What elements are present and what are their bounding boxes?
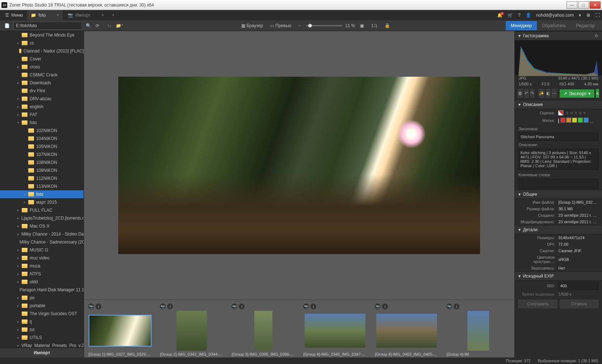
zoom-out-icon[interactable]: − xyxy=(296,22,303,30)
more-icon[interactable]: ⋯ xyxy=(552,89,557,98)
cart-icon[interactable]: 🛒 xyxy=(508,13,513,18)
tree-item[interactable]: ▸Downloads xyxy=(0,79,84,87)
wand-icon[interactable]: ✨ xyxy=(538,89,544,98)
color-swatch[interactable] xyxy=(566,118,571,123)
delete-icon[interactable]: 🗑 xyxy=(518,89,523,98)
color-swatch[interactable] xyxy=(584,118,589,123)
thumbnail[interactable]: 📷i[Group 4]-IM xyxy=(446,304,510,356)
tree-item[interactable]: ▸oldd xyxy=(0,278,84,286)
tree-item[interactable]: ▸FAT xyxy=(0,111,84,119)
exif-header[interactable]: ▾ Исходный EXIF xyxy=(515,271,602,281)
color-swatch[interactable] xyxy=(578,118,583,123)
rating-reset[interactable] xyxy=(558,110,563,115)
minimize-button[interactable]: — xyxy=(567,1,577,9)
up-folder-button[interactable]: 📄 xyxy=(2,22,12,30)
notifications-icon[interactable]: 🔔1 xyxy=(497,13,503,18)
export-button[interactable]: ↗ Экспорт ▾ xyxy=(560,89,594,98)
tree-item[interactable]: ▸март 2015 xyxy=(0,198,84,206)
tree-item[interactable]: ▸cross xyxy=(0,63,84,71)
expand-icon[interactable]: ▸ xyxy=(17,336,22,339)
tree-item[interactable]: ▸LjapisTrubetzkoj_2CD.[torrents.ru] xyxy=(0,214,84,222)
expand-icon[interactable]: ▸ xyxy=(17,280,22,284)
close-icon[interactable]: × xyxy=(101,13,104,18)
expand-icon[interactable]: ▸ xyxy=(17,256,22,260)
tree-item[interactable]: 105NIKON xyxy=(0,143,84,151)
info-icon[interactable]: i xyxy=(382,304,388,309)
refresh-icon[interactable]: ⟳ xyxy=(93,22,101,30)
menu-button[interactable]: ☰ Меню xyxy=(2,11,26,19)
info-icon[interactable]: i xyxy=(454,304,459,309)
import-button[interactable]: Импорт xyxy=(0,348,84,357)
tree-item[interactable]: ▸FULL FLAC xyxy=(0,206,84,214)
expand-icon[interactable]: ▸ xyxy=(17,97,22,101)
tree-item[interactable]: The Virgin Suicides OST xyxy=(0,310,84,318)
save-button[interactable]: Сохранить xyxy=(518,300,557,308)
gear-icon[interactable]: ⚙ xyxy=(594,33,598,38)
browser-view-button[interactable]: ▦ Браузер xyxy=(239,22,265,30)
tree-item[interactable]: ▸tut xyxy=(0,326,84,334)
expand-icon[interactable]: ▸ xyxy=(17,232,19,236)
chevron-down-icon[interactable]: ▾ xyxy=(579,13,581,18)
tree-item[interactable]: ▸muza xyxy=(0,262,84,270)
description-input[interactable]: Kolor stitching | 3 pictures | Size: 914… xyxy=(518,149,598,170)
color-swatch[interactable] xyxy=(595,118,598,123)
expand-icon[interactable]: ▾ xyxy=(17,121,22,124)
tree-item[interactable]: Milky Chance - Sadnecessary (2013) xyxy=(0,238,84,246)
filmstrip[interactable]: 📷i[Group 1]-IMG_0327_IMG_0329-...📷i[Grou… xyxy=(84,300,514,357)
expand-icon[interactable]: ▸ xyxy=(17,248,22,252)
tree-item[interactable]: 107NIKON xyxy=(0,151,84,158)
thumbnail[interactable]: 📷i[Group 4]-IMG_0403_IMG_0405-... xyxy=(375,304,438,356)
info-icon[interactable]: i xyxy=(310,304,316,309)
tree-item[interactable]: 108NIKON xyxy=(0,158,84,166)
monitor-icon[interactable]: 🖥 xyxy=(586,13,590,18)
maximize-button[interactable]: □ xyxy=(578,1,589,9)
histogram-header[interactable]: ▾ Гистограмма ⚙ xyxy=(515,31,602,41)
tree-item[interactable]: Paragon Hard Disk Manager 11 10.0... xyxy=(0,286,84,294)
color-swatch[interactable] xyxy=(560,118,565,123)
expand-icon[interactable]: ▸ xyxy=(17,208,22,212)
expand-icon[interactable]: ▸ xyxy=(17,328,22,331)
tree-item[interactable]: 102NIKON xyxy=(0,127,84,135)
tree-item[interactable]: ▸MUSIC G xyxy=(0,246,84,254)
tree-item[interactable]: ▸DRV-abzac xyxy=(0,95,84,103)
tree-item[interactable]: Cover xyxy=(0,55,84,63)
expand-icon[interactable]: ▸ xyxy=(17,65,22,69)
thumbnail[interactable]: 📷i[Group 1]-IMG_0327_IMG_0329-... xyxy=(88,304,152,356)
tree-item[interactable]: drv Flint xyxy=(0,87,84,95)
editor-tab[interactable]: Редактор xyxy=(571,21,600,30)
adjust-icon[interactable]: ◐ xyxy=(546,89,550,98)
expand-icon[interactable]: ▸ xyxy=(17,216,19,220)
fit-icon[interactable]: ▣ xyxy=(358,22,366,30)
expand-icon[interactable]: ▸ xyxy=(24,200,28,204)
tree-item[interactable]: ▸cc xyxy=(0,39,84,47)
details-header[interactable]: ▾ Детали xyxy=(515,225,602,234)
zoom-slider[interactable] xyxy=(306,25,342,26)
tree-item[interactable]: ▸english xyxy=(0,103,84,111)
fullscreen-icon[interactable]: ⛶ xyxy=(595,13,600,18)
tree-item[interactable]: ▸portable xyxy=(0,302,84,310)
tab-import[interactable]: 📷 Импорт × xyxy=(64,10,107,20)
expand-icon[interactable]: ▸ xyxy=(24,192,28,196)
tree-item[interactable]: Beyond The Minds Eye xyxy=(0,31,84,39)
help-icon[interactable]: ? xyxy=(518,13,521,18)
tree-item[interactable]: ▸foto xyxy=(0,190,84,198)
rotate-left-icon[interactable]: ↶ xyxy=(524,89,529,98)
thumbnail[interactable]: 📷i[Group 3]-IMG_0395_IMG_0396-... xyxy=(232,304,295,356)
keywords-input[interactable] xyxy=(518,179,598,189)
preview-pane[interactable] xyxy=(84,31,514,300)
tree-item[interactable]: ▸Milky Chance - 2014 - Stolen Dance... xyxy=(0,230,84,238)
title-input[interactable]: Stitched Panorama xyxy=(518,133,598,141)
lock-icon[interactable]: 🔒 xyxy=(382,22,392,30)
expand-icon[interactable]: ▸ xyxy=(17,41,22,45)
info-icon[interactable]: i xyxy=(167,304,173,309)
path-input[interactable]: E:\foto\foto xyxy=(13,22,82,30)
close-icon[interactable]: × xyxy=(56,13,59,18)
expand-icon[interactable]: ▸ xyxy=(17,81,22,85)
info-icon[interactable]: i xyxy=(239,304,245,309)
tree-item[interactable]: CS6MC Crack xyxy=(0,71,84,79)
tree-item[interactable]: 112NIKON xyxy=(0,174,84,182)
search-icon[interactable]: 🔍 xyxy=(84,22,93,30)
rating-stars[interactable]: ★★★★★ xyxy=(565,111,587,115)
tree-item[interactable]: Clannad - Nadur (2013) [FLAC] xyxy=(0,47,84,55)
expand-icon[interactable]: ▸ xyxy=(17,344,19,347)
